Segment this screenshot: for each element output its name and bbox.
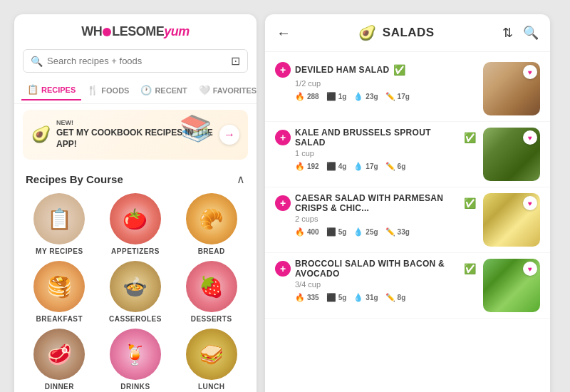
bread-label: BREAD: [198, 247, 225, 255]
logo-circle-o: [103, 28, 111, 36]
favorites-icon: 🤍: [199, 85, 210, 96]
recipe-title-row: + DEVILED HAM SALAD ✅: [275, 62, 476, 78]
tab-recipes-label: RECIPES: [41, 86, 76, 94]
recipe-image: ♥: [483, 62, 540, 115]
heart-icon[interactable]: ♥: [523, 262, 537, 276]
category-drinks[interactable]: 🍹 DRINKS: [100, 329, 171, 391]
recipe-serving: 1 cup: [295, 149, 476, 158]
back-button[interactable]: ←: [276, 25, 291, 41]
protein: ✏️ 6g: [385, 162, 406, 171]
lunch-label: LUNCH: [198, 383, 225, 391]
recipe-nutrition: 🔥 400 ⬛ 5g 💧 25g ✏️ 33: [295, 227, 476, 237]
recipe-nutrition: 🔥 192 ⬛ 4g 💧 17g ✏️ 6g: [295, 162, 476, 171]
carbs: ⬛ 4g: [326, 162, 347, 171]
protein: ✏️ 33g: [385, 227, 410, 237]
search-icon: 🔍: [31, 56, 43, 67]
recipe-image: ♥: [483, 259, 540, 312]
promo-banner: 🥑 NEW! GET MY COOKBOOK RECIPES IN THE AP…: [23, 110, 248, 160]
recipe-info: + KALE AND BRUSSELS SPROUT SALAD ✅ 1 cup…: [275, 128, 476, 181]
recipe-item-caesar: + CAESAR SALAD WITH PARMESAN CRISPS & CH…: [265, 187, 550, 253]
sort-icon[interactable]: ⇅: [502, 25, 513, 41]
recipe-serving: 2 cups: [295, 215, 476, 223]
fat: 💧 23g: [353, 92, 378, 101]
tab-recipes[interactable]: 📋 RECIPES: [21, 80, 81, 100]
tab-foods[interactable]: 🍴 FOODS: [81, 81, 135, 100]
recipe-image: ♥: [483, 128, 540, 181]
barcode-icon[interactable]: ⊡: [231, 54, 240, 68]
recipe-serving: 1/2 cup: [295, 79, 476, 88]
category-bread[interactable]: 🥐 BREAD: [176, 193, 247, 255]
category-casseroles[interactable]: 🍲 CASSEROLES: [100, 261, 171, 323]
recipes-icon: 📋: [27, 84, 38, 95]
logo-yum: yum: [164, 24, 190, 38]
desserts-label: DESSERTS: [191, 315, 232, 323]
recipe-info: + DEVILED HAM SALAD ✅ 1/2 cup 🔥 288 ⬛ 1g: [275, 62, 476, 115]
dinner-img: 🥩: [33, 329, 85, 380]
add-recipe-button[interactable]: +: [275, 195, 291, 211]
protein: ✏️ 17g: [385, 92, 410, 101]
recipe-item-kale: + KALE AND BRUSSELS SPROUT SALAD ✅ 1 cup…: [265, 122, 550, 187]
add-recipe-button[interactable]: +: [275, 62, 291, 78]
desserts-img: 🍓: [186, 261, 237, 312]
nav-tabs: 📋 RECIPES 🍴 FOODS 🕐 RECENT 🤍 FAVORITES: [14, 77, 256, 104]
appetizers-label: APPETIZERS: [111, 247, 160, 255]
lunch-img: 🥪: [186, 329, 237, 380]
category-appetizers[interactable]: 🍅 APPETIZERS: [100, 193, 171, 255]
drinks-label: DRINKS: [120, 383, 150, 391]
recipe-title-row: + KALE AND BRUSSELS SPROUT SALAD ✅: [275, 128, 476, 148]
left-panel: WHLESOMEyum 🔍 ⊡ 📋 RECIPES 🍴 FOODS 🕐 RECE…: [14, 14, 256, 392]
header-actions: ⇅ 🔍: [502, 25, 539, 41]
category-my-recipes[interactable]: 📋 MY RECIPES: [24, 193, 95, 255]
fat: 💧 31g: [353, 293, 378, 302]
category-breakfast[interactable]: 🥞 BREAKFAST: [24, 261, 95, 323]
recipe-nutrition: 🔥 288 ⬛ 1g 💧 23g ✏️ 17: [295, 92, 476, 101]
fat: 💧 25g: [353, 227, 378, 237]
recent-icon: 🕐: [140, 85, 152, 96]
protein: ✏️ 8g: [385, 293, 406, 302]
heart-icon[interactable]: ♥: [523, 65, 537, 79]
heart-icon[interactable]: ♥: [523, 196, 537, 210]
logo-area: WHLESOMEyum: [14, 14, 256, 45]
fat: 💧 17g: [353, 162, 378, 171]
search-input[interactable]: [47, 56, 227, 66]
bread-img: 🥐: [186, 193, 237, 244]
appetizers-img: 🍅: [110, 193, 161, 244]
section-collapse-icon[interactable]: ∧: [237, 172, 245, 186]
calories: 🔥 192: [295, 162, 319, 171]
search-bar[interactable]: 🔍 ⊡: [23, 49, 248, 73]
carbs: ⬛ 5g: [326, 227, 347, 237]
right-header: ← 🥑 SALADS ⇅ 🔍: [265, 14, 550, 52]
recipe-nutrition: 🔥 335 ⬛ 5g 💧 31g ✏️ 8g: [295, 293, 476, 302]
recipe-list: + DEVILED HAM SALAD ✅ 1/2 cup 🔥 288 ⬛ 1g: [265, 52, 550, 323]
category-desserts[interactable]: 🍓 DESSERTS: [176, 261, 247, 323]
check-icon: ✅: [393, 64, 405, 76]
right-panel: ← 🥑 SALADS ⇅ 🔍 + DEVILED HAM SALAD ✅: [265, 14, 550, 392]
search-icon[interactable]: 🔍: [523, 25, 539, 41]
avocado-icon: 🥑: [358, 24, 377, 41]
check-icon: ✅: [464, 197, 476, 209]
add-recipe-button[interactable]: +: [275, 261, 291, 277]
category-lunch[interactable]: 🥪 LUNCH: [176, 329, 247, 391]
heart-icon[interactable]: ♥: [523, 130, 537, 145]
my-recipes-img: 📋: [33, 193, 85, 244]
app-container: WHLESOMEyum 🔍 ⊡ 📋 RECIPES 🍴 FOODS 🕐 RECE…: [0, 0, 570, 392]
recipe-name: DEVILED HAM SALAD: [295, 65, 389, 75]
recipe-name: BROCCOLI SALAD WITH BACON & AVOCADO: [295, 259, 460, 279]
promo-arrow-button[interactable]: →: [219, 125, 239, 145]
check-icon: ✅: [464, 132, 476, 143]
logo-wholesome: WHLESOME: [81, 24, 164, 38]
app-logo: WHLESOMEyum: [21, 24, 249, 39]
section-title: Recipes By Course: [26, 173, 123, 185]
recipe-info: + BROCCOLI SALAD WITH BACON & AVOCADO ✅ …: [275, 259, 476, 312]
promo-book-icon: 📚: [179, 112, 213, 145]
tab-favorites[interactable]: 🤍 FAVORITES: [193, 81, 256, 100]
check-icon: ✅: [464, 263, 476, 274]
foods-icon: 🍴: [87, 85, 98, 96]
tab-recent[interactable]: 🕐 RECENT: [135, 81, 192, 100]
calories: 🔥 400: [295, 227, 319, 237]
dinner-label: DINNER: [45, 383, 74, 391]
category-dinner[interactable]: 🥩 DINNER: [24, 329, 95, 391]
category-grid: 📋 MY RECIPES 🍅 APPETIZERS 🥐 BREAD 🥞 BREA…: [14, 190, 256, 392]
casseroles-label: CASSEROLES: [109, 315, 162, 323]
add-recipe-button[interactable]: +: [275, 130, 291, 145]
